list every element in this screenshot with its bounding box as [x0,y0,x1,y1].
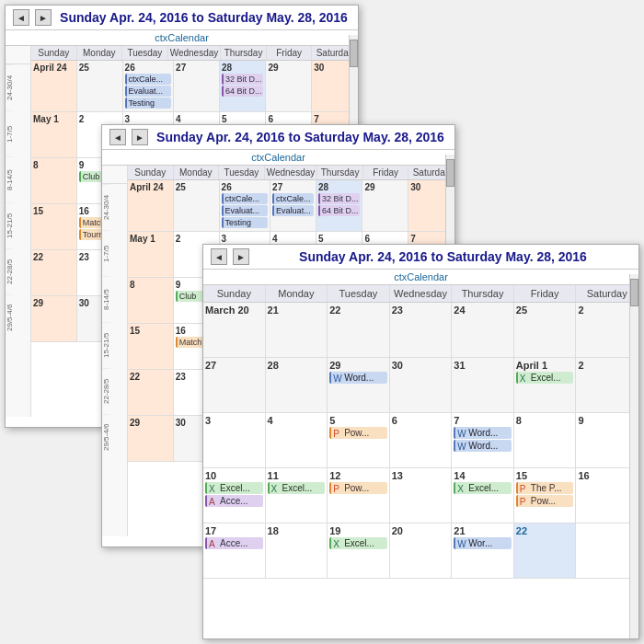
event-item[interactable]: ctxCale... [272,193,314,204]
table-row: 27 ctxCale... Evaluat... [270,180,316,232]
scroll-thumb-2[interactable] [446,159,454,187]
table-row: 24 [452,303,514,358]
table-row: 3 [203,413,266,468]
table-row: 19 XExcel... [328,523,390,579]
event-item[interactable]: XExcel... [268,482,326,494]
event-item[interactable]: XExcel... [516,372,574,384]
week-label: 24-30/4 [102,184,110,230]
day-headers-3: Sunday Monday Tuesday Wednesday Thursday… [203,285,638,303]
table-row: 22 [128,370,174,416]
week-labels-2: 24-30/4 1-7/5 8-14/5 15-21/5 22-28/5 29/… [102,166,128,536]
table-row: 12 PPow... [328,468,390,523]
word-icon: W [457,539,466,548]
event-item[interactable]: Evaluat... [125,86,172,97]
table-row: 10 XExcel... AAcce... [203,468,266,523]
day-header: Friday [267,46,313,60]
calendar-header-1: ◄ ► Sunday Apr. 24, 2016 to Saturday May… [6,6,358,30]
table-row: 22 [31,250,77,296]
event-item[interactable]: Testing [222,217,269,228]
calendar-window-3: ◄ ► Sunday Apr. 24, 2016 to Saturday May… [202,244,639,639]
week-labels-1: 24-30/4 1-7/5 8-14/5 15-21/5 22-28/5 29/… [6,46,31,417]
table-row: 13 [390,468,453,523]
access-icon: A [209,497,218,506]
day-header: Monday [174,166,220,179]
calendar-subtitle-1: ctxCalendar [6,30,358,46]
day-header: Wednesday [265,166,318,179]
event-item[interactable]: WWord... [454,427,512,439]
event-item[interactable]: 64 Bit D... [222,86,264,97]
table-row: 15 PThe P... PPow... [514,468,577,523]
week-label: 29/5-4/6 [6,294,14,340]
calendar-title-1: Sunday Apr. 24, 2016 to Saturday May. 28… [57,10,351,25]
table-row: 26 ctxCale... Evaluat... Testing [220,180,271,232]
table-row: 29 [128,416,174,462]
prev-btn-2[interactable]: ◄ [109,129,126,145]
prev-btn-3[interactable]: ◄ [211,248,227,265]
prev-btn-1[interactable]: ◄ [13,9,29,26]
event-item[interactable]: ctxCale... [125,74,172,85]
table-row: 29 [362,180,408,232]
next-btn-2[interactable]: ► [132,129,148,145]
access-icon: A [209,539,218,548]
week-label: 8-14/5 [6,156,14,202]
word-icon: W [457,429,466,438]
table-row: 8 [514,413,577,468]
scroll-thumb-1[interactable] [350,40,358,67]
event-item[interactable]: XExcel... [329,537,387,549]
event-item[interactable]: XExcel... [205,482,263,494]
table-row: March 20 [203,303,266,358]
table-row: 25 [514,303,577,358]
week-label: 1-7/5 [6,110,14,156]
event-item[interactable]: 32 Bit D... [222,74,264,85]
table-row: April 24 [31,61,77,112]
day-header: Monday [266,285,328,302]
event-item[interactable]: 64 Bit D... [318,205,361,216]
day-header: Wednesday [390,285,453,302]
event-item[interactable]: AAcce... [205,495,263,507]
table-row: 8 [128,278,174,324]
day-header: Sunday [203,285,266,302]
event-item[interactable]: WWord... [454,440,512,452]
event-item[interactable]: Testing [125,98,172,109]
day-header: Thursday [221,46,267,60]
week-label: 8-14/5 [102,276,110,322]
grid-cells-3: March 20 21 22 23 24 25 2 27 28 29 WWord… [203,303,638,579]
excel-icon: X [271,484,281,493]
table-row: 22 [328,303,390,358]
event-item[interactable]: 32 Bit D... [318,193,361,204]
powerpoint-icon: P [520,497,529,506]
powerpoint-icon: P [520,484,529,493]
event-item[interactable]: WWor... [454,537,512,549]
event-item[interactable]: WWord... [329,372,387,384]
table-row: 28 32 Bit D... 64 Bit D... [316,180,363,232]
event-item[interactable]: ctxCale... [222,193,269,204]
table-row: 5 PPow... [328,413,390,468]
event-item[interactable]: AAcce... [205,537,263,549]
week-label: 22-28/5 [102,368,110,414]
table-row: 27 [174,61,220,112]
day-header: Thursday [452,285,514,302]
event-item[interactable]: PPow... [516,495,574,507]
week-label: 29/5-4/6 [102,414,110,460]
event-item[interactable]: Evaluat... [272,205,314,216]
event-item[interactable]: PPow... [329,427,387,439]
next-btn-3[interactable]: ► [233,248,249,265]
table-row: 29 WWord... [328,358,390,413]
next-btn-1[interactable]: ► [35,9,52,26]
table-row: 4 [266,413,328,468]
table-row: 17 AAcce... [203,523,266,579]
event-item[interactable]: Evaluat... [222,205,269,216]
event-item[interactable]: PThe P... [516,482,574,494]
scrollbar-3[interactable] [629,274,638,638]
excel-icon: X [457,484,466,493]
table-row: 11 XExcel... [266,468,328,523]
event-item[interactable]: PPow... [329,482,387,494]
table-row: 18 [266,523,328,579]
table-row: 21 WWor... [452,523,514,579]
table-row: 30 [390,358,453,413]
day-header: Friday [514,285,577,302]
event-item[interactable]: XExcel... [454,482,512,494]
scroll-thumb-3[interactable] [630,279,638,306]
table-row: 15 [128,324,174,370]
word-icon: W [333,374,342,383]
